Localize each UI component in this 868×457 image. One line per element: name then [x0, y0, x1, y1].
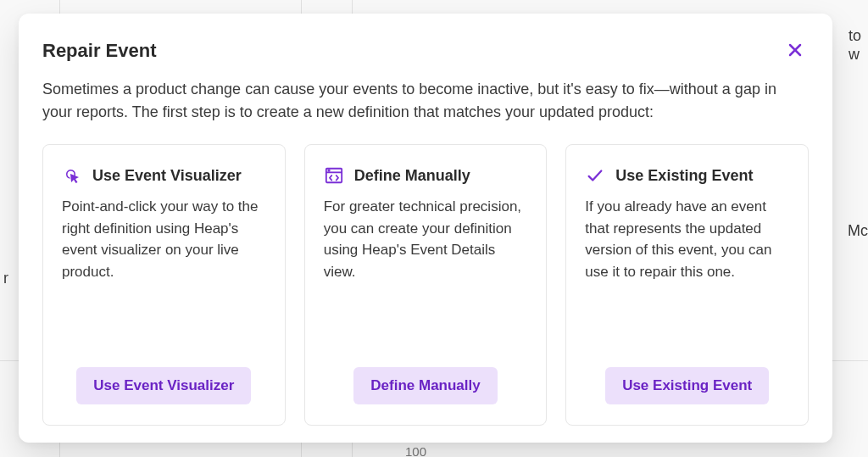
- options-row: Use Event Visualizer Point-and-click you…: [42, 144, 809, 426]
- use-event-visualizer-button[interactable]: Use Event Visualizer: [76, 367, 251, 404]
- define-manually-button[interactable]: Define Manually: [353, 367, 497, 404]
- use-existing-event-button[interactable]: Use Existing Event: [605, 367, 769, 404]
- modal-header: Repair Event: [42, 37, 809, 64]
- bg-text: Mc: [848, 222, 868, 240]
- modal-title: Repair Event: [42, 40, 157, 62]
- card-title: Use Existing Event: [615, 167, 753, 185]
- close-icon: [787, 42, 803, 60]
- card-body: For greater technical precision, you can…: [324, 196, 528, 350]
- card-body: Point-and-click your way to the right de…: [62, 196, 266, 350]
- code-window-icon: [324, 165, 344, 186]
- bg-text: to: [849, 27, 861, 45]
- card-title: Define Manually: [354, 167, 470, 185]
- card-use-existing-event: Use Existing Event If you already have a…: [565, 144, 809, 426]
- modal-description: Sometimes a product change can cause you…: [42, 78, 809, 124]
- card-event-visualizer: Use Event Visualizer Point-and-click you…: [42, 144, 286, 426]
- card-header: Use Existing Event: [585, 165, 789, 186]
- card-define-manually: Define Manually For greater technical pr…: [304, 144, 548, 426]
- bg-axis-label: 100: [405, 444, 426, 457]
- bg-text: r: [3, 270, 8, 287]
- bg-text: w: [849, 46, 860, 64]
- cursor-click-icon: [62, 165, 82, 186]
- close-button[interactable]: [782, 37, 809, 64]
- card-body: If you already have an event that repres…: [585, 196, 789, 350]
- card-header: Define Manually: [324, 165, 528, 186]
- svg-point-4: [328, 170, 329, 170]
- check-icon: [585, 165, 605, 186]
- card-title: Use Event Visualizer: [92, 167, 242, 185]
- card-header: Use Event Visualizer: [62, 165, 266, 186]
- repair-event-modal: Repair Event Sometimes a product change …: [19, 14, 832, 443]
